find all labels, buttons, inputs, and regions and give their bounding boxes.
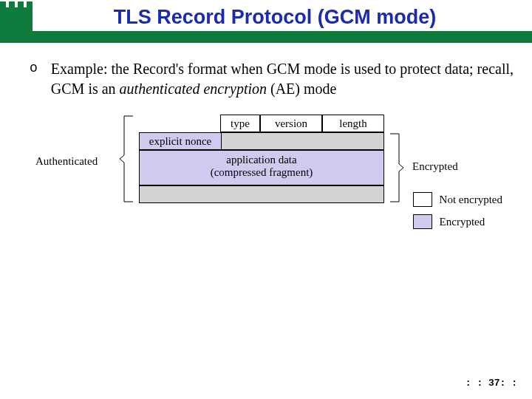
swatch-white	[413, 192, 432, 207]
decorative-crenellation	[0, 1, 33, 7]
legend-row-not-encrypted: Not encrypted	[413, 192, 502, 207]
page-title: TLS Record Protocol (GCM mode)	[53, 6, 497, 29]
legend-text-not-encrypted: Not encrypted	[440, 194, 502, 206]
legend-text-encrypted: Encrypted	[440, 216, 485, 228]
bullet-item: o Example: the Record's format when GCM …	[30, 59, 517, 99]
page-number: : : 37: :	[466, 378, 517, 389]
legend-row-encrypted: Encrypted	[413, 214, 502, 229]
app-line1: application data	[226, 154, 296, 166]
swatch-purple	[413, 214, 432, 229]
legend: Not encrypted Encrypted	[413, 192, 502, 236]
bracket-left	[118, 115, 136, 203]
bullet-post: (AE) mode	[267, 81, 336, 97]
box-type: type	[220, 115, 260, 132]
bracket-right	[387, 132, 405, 203]
box-version: version	[260, 115, 322, 132]
box-length: length	[322, 115, 384, 132]
box-bottom-pad	[139, 185, 384, 203]
app-line2: (compressed fragment)	[211, 166, 313, 178]
box-application-data: application data (compressed fragment)	[139, 150, 384, 185]
box-explicit-nonce: explicit nonce	[139, 132, 222, 150]
title-area: TLS Record Protocol (GCM mode)	[0, 0, 532, 46]
label-authenticated: Authenticated	[35, 155, 98, 168]
decorative-green-bar	[0, 31, 532, 43]
bullet-marker: o	[30, 61, 38, 75]
diagram: type version length explicit nonce appli…	[0, 115, 532, 262]
bullet-italic: authenticated encryption	[120, 81, 267, 97]
label-encrypted: Encrypted	[412, 160, 458, 173]
bullet-text: Example: the Record's format when GCM mo…	[51, 59, 517, 99]
